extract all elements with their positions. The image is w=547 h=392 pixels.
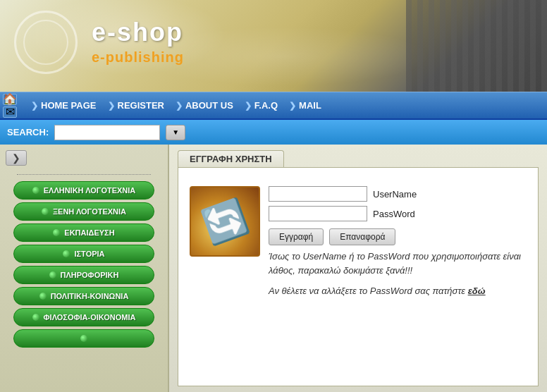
search-label: SEARCH: xyxy=(7,127,49,137)
sidebar-label-6: ΦΙΛΟΣΟΦΙΑ-ΟΙΚΟΝΟΜΙΑ xyxy=(44,313,136,321)
sidebar-label-5: ΠΟΛΙΤΙΚΗ-ΚΟΙΝΩΝΙΑ xyxy=(51,292,129,300)
sidebar-dot-1 xyxy=(42,208,49,215)
nav-arrow: ❯ xyxy=(31,101,38,111)
nav-top-icons: 🏠 ✉ xyxy=(3,94,23,118)
change-pwd-content: Αν θέλετε να αλλάξετε το PassWord σας πα… xyxy=(269,286,468,296)
navbar: 🏠 ✉ ❯ HOME PAGE ❯ REGISTER ❯ ABOUT US ❯ … xyxy=(0,92,547,120)
form-buttons: Εγγραφή Επαναφορά xyxy=(269,228,527,245)
nav-item-aboutus[interactable]: ❯ ABOUT US xyxy=(170,92,239,120)
password-input[interactable] xyxy=(269,206,367,221)
site-title: e-shop xyxy=(92,18,183,47)
sidebar-label-2: ΕΚΠΑΙΔΕΥΣΗ xyxy=(64,228,114,237)
error-message: Ίσως το UserName ή το PassWord που χρησι… xyxy=(269,250,527,277)
sidebar-dot-6 xyxy=(32,314,39,321)
sidebar-label-3: ΙΣΤΟΡΙΑ xyxy=(74,250,104,258)
header-pattern xyxy=(406,0,547,92)
reset-button[interactable]: Επαναφορά xyxy=(329,228,395,245)
form-fields-section: UserName PassWord Εγγραφή Επαναφορά Ίσως… xyxy=(269,186,527,298)
sidebar-dot-0 xyxy=(32,187,39,194)
nav-arrow: ❯ xyxy=(108,101,115,111)
sidebar-item-empty xyxy=(13,329,154,348)
error-text-content: Ίσως το UserName ή το PassWord που χρησι… xyxy=(269,251,521,276)
nav-item-register[interactable]: ❯ REGISTER xyxy=(102,92,170,120)
main-layout: ❯ ΕΛΛΗΝΙΚΗ ΛΟΓΟΤΕΧΝΙΑ ΞΕΝΗ ΛΟΓΟΤΕΧΝΙΑ ΕΚ… xyxy=(0,145,547,392)
change-password-text: Αν θέλετε να αλλάξετε το PassWord σας πα… xyxy=(269,284,527,298)
nav-item-mail[interactable]: ❯ MAIL xyxy=(283,92,327,120)
form-image: 🔄 xyxy=(190,186,260,298)
search-input[interactable] xyxy=(54,125,160,140)
mail-icon[interactable]: ✉ xyxy=(3,106,17,118)
sidebar: ❯ ΕΛΛΗΝΙΚΗ ΛΟΓΟΤΕΧΝΙΑ ΞΕΝΗ ΛΟΓΟΤΕΧΝΙΑ ΕΚ… xyxy=(0,145,169,392)
sidebar-label-4: ΠΛΗΡΟΦΟΡΙΚΗ xyxy=(61,271,119,279)
nav-label-faq: F.A.Q xyxy=(254,100,278,111)
nav-label-homepage: HOME PAGE xyxy=(41,100,97,111)
sidebar-dot-2 xyxy=(53,229,60,236)
sidebar-dot-empty xyxy=(80,335,87,342)
sidebar-item-2[interactable]: ΕΚΠΑΙΔΕΥΣΗ xyxy=(13,223,154,242)
nav-item-faq[interactable]: ❯ F.A.Q xyxy=(239,92,283,120)
site-subtitle: e-publishing xyxy=(92,49,184,66)
content-area: ΕΓΓΡΑΦΗ ΧΡΗΣΤΗ 🔄 UserName xyxy=(169,145,547,392)
sidebar-dot-5 xyxy=(39,293,47,300)
nav-label-mail: MAIL xyxy=(299,100,321,111)
home-icon[interactable]: 🏠 xyxy=(3,94,17,105)
sidebar-divider xyxy=(17,174,151,176)
nav-arrow: ❯ xyxy=(245,101,252,111)
register-button[interactable]: Εγγραφή xyxy=(269,228,324,245)
nav-arrow: ❯ xyxy=(176,101,183,111)
nav-arrow: ❯ xyxy=(289,101,296,111)
nav-item-homepage[interactable]: ❯ HOME PAGE xyxy=(25,92,102,120)
nav-label-aboutus: ABOUT US xyxy=(185,100,233,111)
search-dropdown-button[interactable]: ▼ xyxy=(166,125,185,140)
username-label: UserName xyxy=(373,189,422,200)
searchbar: SEARCH: ▼ xyxy=(0,120,547,145)
username-input[interactable] xyxy=(269,186,367,202)
header: e-shop e-publishing xyxy=(0,0,547,92)
sidebar-item-5[interactable]: ΠΟΛΙΤΙΚΗ-ΚΟΙΝΩΝΙΑ xyxy=(13,287,154,305)
content-inner: 🔄 UserName PassWord Εγγραφή Επαν xyxy=(190,179,527,305)
content-tab: ΕΓΓΡΑΦΗ ΧΡΗΣΤΗ xyxy=(178,150,284,167)
content-box: 🔄 UserName PassWord Εγγραφή Επαν xyxy=(178,167,539,386)
nav-label-register: REGISTER xyxy=(118,100,164,111)
sidebar-expand-button[interactable]: ❯ xyxy=(6,150,27,166)
refresh-icon: 🔄 xyxy=(197,195,252,248)
sidebar-label-0: ΕΛΛΗΝΙΚΗ ΛΟΓΟΤΕΧΝΙΑ xyxy=(44,186,136,195)
sidebar-item-1[interactable]: ΞΕΝΗ ΛΟΓΟΤΕΧΝΙΑ xyxy=(13,202,154,221)
change-pwd-link[interactable]: εδώ xyxy=(468,286,486,296)
sidebar-item-3[interactable]: ΙΣΤΟΡΙΑ xyxy=(13,245,154,263)
sidebar-label-1: ΞΕΝΗ ΛΟΓΟΤΕΧΝΙΑ xyxy=(53,207,126,216)
sidebar-dot-4 xyxy=(49,271,56,278)
sidebar-dot-3 xyxy=(63,250,70,257)
password-row: PassWord xyxy=(269,206,527,221)
sidebar-item-6[interactable]: ΦΙΛΟΣΟΦΙΑ-ΟΙΚΟΝΟΜΙΑ xyxy=(13,308,154,326)
sidebar-item-0[interactable]: ΕΛΛΗΝΙΚΗ ΛΟΓΟΤΕΧΝΙΑ xyxy=(13,181,154,200)
sidebar-item-4[interactable]: ΠΛΗΡΟΦΟΡΙΚΗ xyxy=(13,266,154,284)
password-label: PassWord xyxy=(373,209,422,219)
header-logo-circle xyxy=(14,11,78,74)
username-row: UserName xyxy=(269,186,527,202)
nav-items: ❯ HOME PAGE ❯ REGISTER ❯ ABOUT US ❯ F.A.… xyxy=(25,92,547,120)
